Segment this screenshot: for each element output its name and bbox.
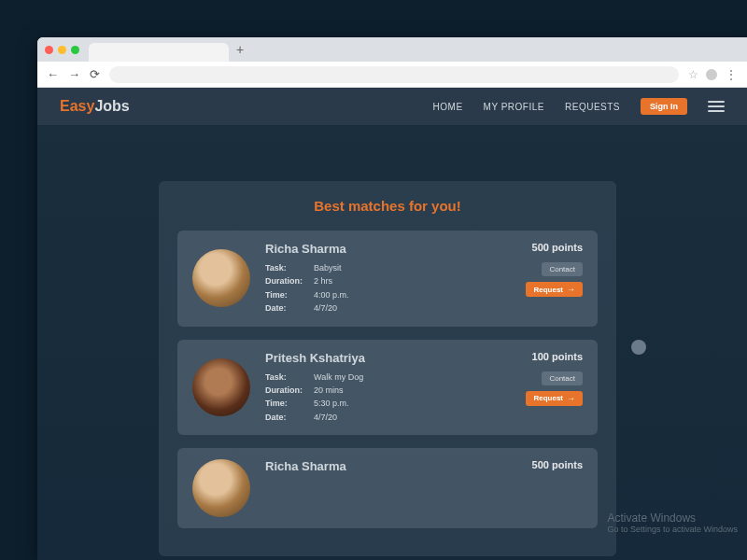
nav-home[interactable]: HOME (433, 102, 463, 112)
nav-links: HOME MY PROFILE REQUESTS Sign In (433, 98, 725, 115)
task-label: Task: (265, 261, 308, 274)
match-card: Richa Sharma Task:Babysit Duration:2 hrs… (177, 231, 598, 327)
points-badge: 500 points (532, 459, 583, 470)
person-name: Richa Sharma (265, 459, 346, 473)
hamburger-icon[interactable] (708, 101, 725, 112)
arrow-right-icon: → (567, 285, 575, 294)
panel-headline: Best matches for you! (177, 198, 598, 214)
windows-watermark: Activate Windows Go to Settings to activ… (607, 511, 738, 534)
date-label: Date: (265, 411, 308, 424)
date-label: Date: (265, 301, 308, 315)
logo-part-jobs: Jobs (94, 98, 129, 114)
matches-panel: Best matches for you! Richa Sharma Task:… (159, 181, 616, 556)
time-label: Time: (265, 288, 308, 301)
browser-extensions: ☆ ⋮ (688, 67, 738, 82)
page-content: EasyJobs HOME MY PROFILE REQUESTS Sign I… (37, 88, 747, 560)
match-card: Pritesh Kshatriya Task:Walk my Dog Durat… (177, 340, 598, 436)
reload-icon[interactable]: ⟳ (90, 67, 100, 81)
request-button[interactable]: Request→ (526, 391, 583, 406)
contact-button[interactable]: Contact (542, 371, 583, 385)
browser-tabbar: + (37, 37, 747, 62)
logo-part-easy: Easy (60, 98, 94, 114)
time-label: Time: (265, 397, 308, 410)
browser-toolbar: ← → ⟳ ☆ ⋮ (37, 62, 747, 88)
duration-value: 2 hrs (314, 274, 332, 287)
browser-window: + ← → ⟳ ☆ ⋮ EasyJobs HOME MY PROFILE REQ… (37, 37, 747, 560)
card-info: Richa Sharma Task:Babysit Duration:2 hrs… (265, 242, 349, 315)
avatar (192, 249, 250, 307)
maximize-icon[interactable] (71, 46, 79, 54)
address-bar[interactable] (109, 66, 679, 83)
date-value: 4/7/20 (314, 301, 337, 315)
bookmark-icon[interactable]: ☆ (688, 68, 698, 81)
nav-requests[interactable]: REQUESTS (565, 102, 620, 112)
nav-my-profile[interactable]: MY PROFILE (484, 102, 544, 112)
close-icon[interactable] (45, 46, 53, 54)
watermark-sub: Go to Settings to activate Windows (607, 525, 738, 534)
card-actions: 500 points Contact Request→ (499, 242, 583, 315)
new-tab-button[interactable]: + (236, 42, 244, 57)
task-value: Babysit (314, 261, 342, 274)
browser-tab[interactable] (89, 43, 229, 62)
profile-icon[interactable] (706, 69, 717, 80)
person-name: Pritesh Kshatriya (265, 351, 365, 365)
card-actions: 100 points Contact Request→ (499, 351, 583, 425)
back-icon[interactable]: ← (47, 67, 59, 81)
avatar (192, 358, 250, 416)
request-label: Request (533, 286, 563, 294)
request-button[interactable]: Request→ (526, 282, 583, 297)
card-info: Richa Sharma (265, 459, 346, 517)
watermark-title: Activate Windows (607, 511, 738, 525)
site-navbar: EasyJobs HOME MY PROFILE REQUESTS Sign I… (37, 88, 747, 125)
duration-label: Duration: (265, 274, 308, 287)
card-info: Pritesh Kshatriya Task:Walk my Dog Durat… (265, 351, 365, 425)
points-badge: 100 points (532, 351, 583, 362)
duration-label: Duration: (265, 384, 308, 397)
scroll-indicator[interactable] (631, 340, 646, 355)
duration-value: 20 mins (314, 384, 344, 397)
task-value: Walk my Dog (314, 371, 363, 384)
request-label: Request (533, 394, 563, 402)
card-actions: 500 points (499, 459, 583, 517)
forward-icon[interactable]: → (68, 67, 80, 81)
contact-button[interactable]: Contact (542, 262, 583, 276)
task-label: Task: (265, 371, 308, 384)
time-value: 4:00 p.m. (314, 288, 349, 301)
person-name: Richa Sharma (265, 242, 349, 256)
points-badge: 500 points (532, 242, 583, 253)
arrow-right-icon: → (567, 394, 575, 403)
date-value: 4/7/20 (314, 411, 337, 424)
site-logo[interactable]: EasyJobs (60, 98, 130, 115)
minimize-icon[interactable] (58, 46, 66, 54)
avatar (192, 459, 250, 517)
time-value: 5:30 p.m. (314, 397, 349, 410)
match-card: Richa Sharma 500 points (177, 448, 598, 528)
sign-in-button[interactable]: Sign In (641, 98, 687, 115)
window-controls (45, 46, 79, 54)
menu-icon[interactable]: ⋮ (725, 67, 738, 82)
